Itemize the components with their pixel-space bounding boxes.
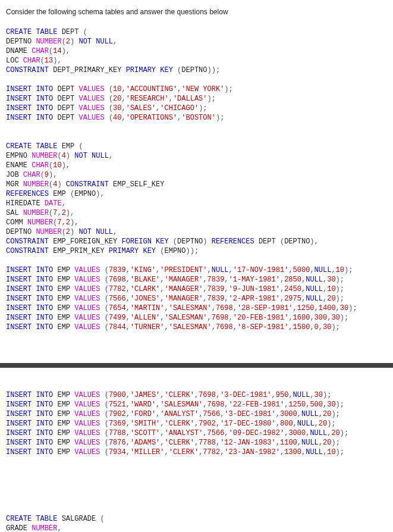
ident: EMPNO (164, 247, 186, 255)
ident: DEPTNO (284, 237, 310, 246)
pun: , (57, 209, 61, 217)
kw: CONSTRAINT (6, 247, 49, 255)
pun: ), (62, 161, 70, 170)
pun: , (109, 152, 113, 160)
ident: EMP_SELF_KEY (109, 180, 165, 189)
kw: CONSTRAINT (66, 180, 109, 189)
type: CHAR (23, 57, 40, 65)
kw: CONSTRAINT (6, 66, 49, 74)
pun: ) (203, 237, 211, 246)
kw: CREATE (6, 515, 32, 523)
pun: ( (100, 515, 104, 523)
type: NUMBER (32, 524, 57, 532)
type: NUMBER (36, 228, 61, 236)
type: NUMBER (36, 37, 61, 46)
type: DATE (45, 199, 62, 208)
ident: SALGRADE (57, 515, 100, 523)
kw: REFERENCES (212, 237, 254, 246)
num: 2 (66, 37, 70, 46)
type: NUMBER (27, 218, 53, 227)
ident: MGR (6, 180, 23, 189)
kw: PRIMARY (126, 66, 156, 74)
kw: CREATE (6, 28, 32, 36)
kw: REFERENCES (6, 190, 49, 198)
emp-insert-block-2: INSERT INTO EMP VALUES (7900,'JAMES','CL… (6, 390, 393, 457)
pun: , (62, 218, 66, 227)
kw: NULL (92, 37, 113, 46)
type: NUMBER (23, 209, 49, 217)
kw: NULL (92, 228, 113, 236)
pun: ), (62, 47, 70, 55)
num: 4 (62, 152, 66, 160)
num: 7 (57, 218, 61, 227)
pun: ), (66, 209, 74, 217)
pun: ), (96, 190, 104, 198)
num: 10 (53, 161, 61, 170)
ident: EMP (49, 190, 70, 198)
pun: ), (53, 57, 61, 65)
pun: )); (207, 66, 221, 74)
intro-text: Consider the following schema tables and… (6, 7, 393, 17)
kw: CREATE (6, 142, 32, 151)
pun: ) (70, 37, 78, 46)
type: CHAR (32, 47, 49, 55)
ident: EMP_PRIM_KEY (49, 247, 109, 255)
kw: KEY (139, 247, 156, 255)
kw: NOT (74, 152, 87, 160)
pun: ( (169, 237, 177, 246)
pun: ( (40, 171, 45, 179)
pun: ) (57, 180, 65, 189)
ident: LOC (6, 57, 23, 65)
ident: DNAME (6, 47, 32, 55)
type: NUMBER (32, 152, 57, 160)
kw: TABLE (32, 515, 57, 523)
pun: ), (310, 237, 318, 246)
kw: KEY (152, 237, 169, 246)
pun: , (62, 199, 66, 208)
num: 2 (62, 209, 66, 217)
pun: , (113, 228, 117, 236)
pun: ( (62, 37, 66, 46)
ident: EMP (57, 142, 78, 151)
kw: CONSTRAINT (6, 237, 49, 246)
kw: TABLE (32, 142, 57, 151)
num: 13 (45, 57, 53, 65)
num: 2 (66, 228, 70, 236)
type: CHAR (32, 161, 49, 170)
ident: DEPTNO (181, 66, 207, 74)
pun: ( (40, 57, 45, 65)
ident: HIREDATE (6, 199, 45, 208)
pun: ( (62, 228, 66, 236)
kw: NOT (78, 228, 92, 236)
page-1: Consider the following schema tables and… (0, 0, 393, 339)
pun: ), (70, 218, 78, 227)
pun: , (57, 524, 61, 532)
emp-create-block: CREATE TABLE EMP ( EMPNO NUMBER(4) NOT N… (6, 132, 393, 256)
kw: FOREIGN (121, 237, 151, 246)
ident: JOB (6, 171, 23, 179)
pun: ( (156, 247, 164, 255)
pun: ( (57, 152, 61, 160)
ident: DEPT_PRIMARY_KEY (49, 66, 126, 74)
ident: COMM (6, 218, 27, 227)
pun: ), (49, 171, 57, 179)
ident: GRADE (6, 524, 32, 532)
kw: NULL (87, 152, 109, 160)
ident: DEPT (57, 28, 83, 36)
page-2: INSERT INTO EMP VALUES (7900,'JAMES','CL… (0, 363, 393, 532)
ident: DEPTNO (177, 237, 203, 246)
num: 14 (53, 47, 61, 55)
ident: EMPNO (74, 190, 96, 198)
kw: KEY (156, 66, 173, 74)
ident: ENAME (6, 161, 32, 170)
pun: , (113, 37, 117, 46)
ident: EMPNO (6, 152, 32, 160)
ident: DEPT (254, 237, 280, 246)
ident: EMP_FOREIGN_KEY (49, 237, 121, 246)
type: NUMBER (23, 180, 49, 189)
kw: NOT (78, 37, 92, 46)
kw: TABLE (32, 28, 57, 36)
pun: )); (186, 247, 199, 255)
pun: ) (66, 152, 74, 160)
kw: PRIMARY (109, 247, 139, 255)
